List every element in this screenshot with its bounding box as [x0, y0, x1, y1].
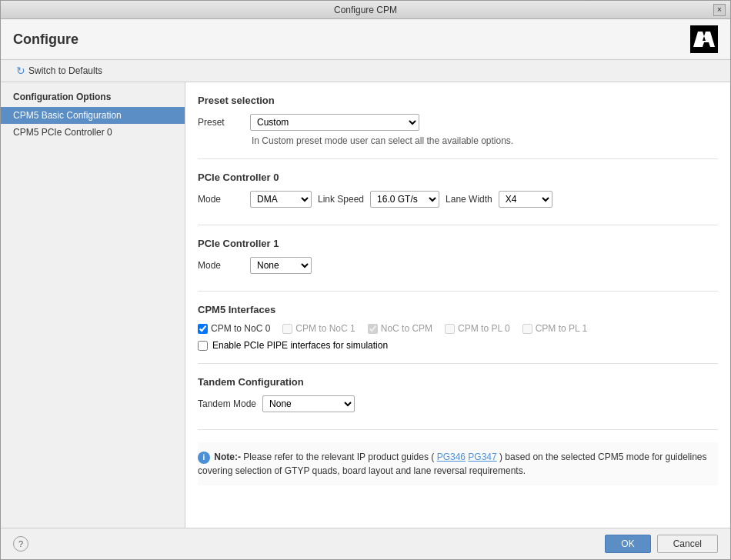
amd-logo [690, 25, 718, 53]
enable-pipe-checkbox[interactable] [198, 341, 208, 351]
pcie0-lane-width-label: Lane Width [446, 194, 492, 205]
amd-logo-icon [693, 32, 715, 47]
pcie-controller-0-section: PCIe Controller 0 Mode DMA None Link Spe… [198, 172, 718, 225]
cpm-to-noc1-item: CPM to NoC 1 [282, 323, 355, 334]
ok-button[interactable]: OK [605, 535, 650, 553]
switch-defaults-button[interactable]: ↻ Switch to Defaults [13, 63, 105, 78]
pcie1-mode-select[interactable]: None DMA [250, 257, 312, 274]
tandem-mode-label: Tandem Mode [198, 398, 256, 409]
tandem-title: Tandem Configuration [198, 376, 718, 388]
noc-to-cpm-checkbox [368, 324, 378, 334]
sidebar-item-cpm5-basic[interactable]: CPM5 Basic Configuration [1, 107, 185, 124]
note-icon: i [198, 452, 210, 464]
note-bold: Note:- [214, 452, 241, 462]
configure-cpm-window: Configure CPM × Configure ↻ Switch to De… [0, 0, 731, 560]
refresh-icon: ↻ [16, 65, 25, 77]
cpm5-interfaces-checkboxes: CPM to NoC 0 CPM to NoC 1 NoC to CPM CPM… [198, 323, 718, 334]
cpm5-interfaces-section: CPM5 Interfaces CPM to NoC 0 CPM to NoC … [198, 304, 718, 364]
page-title: Configure [13, 32, 78, 48]
noc-to-cpm-label: NoC to CPM [381, 323, 432, 334]
cpm-to-pl1-label: CPM to PL 1 [536, 323, 588, 334]
pcie0-title: PCIe Controller 0 [198, 172, 718, 183]
preset-select[interactable]: Custom [250, 114, 419, 131]
help-button[interactable]: ? [13, 536, 28, 552]
enable-pipe-row: Enable PCIe PIPE interfaces for simulati… [198, 340, 718, 351]
noc-to-cpm-item: NoC to CPM [368, 323, 432, 334]
tandem-form-row: Tandem Mode None [198, 395, 718, 412]
pcie0-mode-label: Mode [198, 194, 244, 205]
pg347-link[interactable]: PG347 [468, 452, 496, 462]
pcie1-mode-label: Mode [198, 260, 244, 271]
cpm-to-pl1-checkbox [522, 324, 532, 334]
content-area: Preset selection Preset Custom In Custom… [185, 82, 730, 528]
cpm-to-pl0-checkbox [445, 324, 455, 334]
title-bar: Configure CPM × [1, 1, 730, 19]
cpm-to-noc0-checkbox[interactable] [198, 324, 208, 334]
close-button[interactable]: × [713, 4, 726, 16]
note-prefix: Please refer to the relevant IP product … [243, 452, 436, 462]
sidebar-item-label: CPM5 Basic Configuration [13, 110, 122, 121]
preset-row: Preset Custom [198, 114, 718, 131]
header: Configure [1, 19, 730, 60]
cpm-to-pl0-label: CPM to PL 0 [458, 323, 510, 334]
cancel-button[interactable]: Cancel [657, 535, 718, 553]
tandem-mode-select[interactable]: None [262, 395, 355, 412]
cpm-to-noc1-checkbox [282, 324, 292, 334]
cpm-to-pl0-item: CPM to PL 0 [445, 323, 510, 334]
footer: ? OK Cancel [1, 528, 730, 559]
main-content: Configuration Options CPM5 Basic Configu… [1, 82, 730, 528]
pg346-link[interactable]: PG346 [437, 452, 466, 462]
pcie0-link-speed-label: Link Speed [318, 194, 364, 205]
cpm-to-noc1-label: CPM to NoC 1 [295, 323, 355, 334]
cpm5-interfaces-title: CPM5 Interfaces [198, 304, 718, 315]
pcie0-link-speed-select[interactable]: 16.0 GT/s 8.0 GT/s 2.5 GT/s [370, 191, 439, 208]
sidebar-item-cpm5-pcie[interactable]: CPM5 PCIe Controller 0 [1, 124, 185, 141]
enable-pipe-label: Enable PCIe PIPE interfaces for simulati… [212, 340, 388, 351]
pcie0-mode-select[interactable]: DMA None [250, 191, 312, 208]
sidebar-section-title: Configuration Options [1, 88, 185, 107]
switch-defaults-label: Switch to Defaults [28, 65, 102, 76]
pcie1-title: PCIe Controller 1 [198, 238, 718, 249]
pcie1-form-row: Mode None DMA [198, 257, 718, 274]
preset-info-text: In Custom preset mode user can select al… [252, 135, 718, 146]
sidebar-item-label: CPM5 PCIe Controller 0 [13, 127, 112, 138]
window-title: Configure CPM [334, 5, 397, 15]
toolbar: ↻ Switch to Defaults [1, 60, 730, 82]
preset-section-title: Preset selection [198, 95, 718, 106]
preset-section: Preset selection Preset Custom In Custom… [198, 95, 718, 159]
pcie0-form-row: Mode DMA None Link Speed 16.0 GT/s 8.0 G… [198, 191, 718, 208]
cpm-to-pl1-item: CPM to PL 1 [522, 323, 588, 334]
pcie0-lane-width-select[interactable]: X4 X8 X16 [499, 191, 552, 208]
footer-buttons: OK Cancel [605, 535, 718, 553]
note-area: i Note:- Please refer to the relevant IP… [198, 442, 718, 485]
tandem-section: Tandem Configuration Tandem Mode None [198, 376, 718, 430]
preset-label: Preset [198, 117, 244, 128]
sidebar: Configuration Options CPM5 Basic Configu… [1, 82, 185, 528]
cpm-to-noc0-label: CPM to NoC 0 [211, 323, 270, 334]
cpm-to-noc0-item[interactable]: CPM to NoC 0 [198, 323, 270, 334]
pcie-controller-1-section: PCIe Controller 1 Mode None DMA [198, 238, 718, 292]
